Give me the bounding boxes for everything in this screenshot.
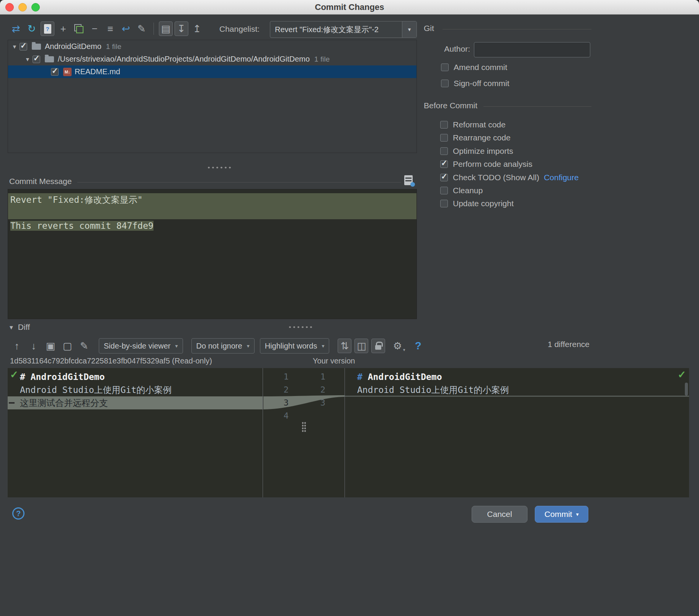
file-checkbox[interactable] <box>51 68 59 76</box>
module-label: AndroidGitDemo <box>45 42 101 51</box>
diff-gutter: 1 2 3 4 1 2 3 <box>263 368 345 497</box>
changelist-combobox[interactable]: Revert "Fixed:修改文案显示"-2 ▾ <box>270 21 417 38</box>
disclosure-triangle-icon[interactable]: ▼ <box>25 56 33 62</box>
toolbar-separator <box>154 23 154 35</box>
rearrange-code-label: Rearrange code <box>453 133 511 142</box>
commit-button[interactable]: Commit ▾ <box>535 506 588 523</box>
edit-file-icon[interactable]: ✎ <box>77 339 91 353</box>
code-analysis-checkbox[interactable] <box>440 160 448 168</box>
diff-settings-icon[interactable]: ⚙ ▾ <box>390 339 404 353</box>
markdown-hash-token: # <box>357 372 363 382</box>
next-difference-icon[interactable]: ↓ <box>27 339 41 353</box>
rollback-icon[interactable]: ↩ <box>119 21 133 36</box>
section-rule <box>443 29 591 29</box>
amend-commit-row[interactable]: Amend commit <box>441 62 507 73</box>
reformat-code-label: Reformat code <box>453 120 506 129</box>
optimize-imports-checkbox[interactable] <box>440 147 448 155</box>
expand-all-icon[interactable]: ↧ <box>175 21 188 36</box>
author-label: Author: <box>439 44 470 54</box>
open-in-editor-icon[interactable]: ▣ <box>44 339 57 353</box>
commit-message-line: This reverts commit 847fde9 <box>8 219 416 232</box>
sync-scroll-toggle[interactable]: ⇅ <box>338 339 351 353</box>
disclosure-triangle-icon[interactable]: ▼ <box>12 44 20 50</box>
previous-difference-icon[interactable]: ↑ <box>10 339 24 353</box>
check-todo-checkbox[interactable] <box>440 174 448 181</box>
cleanup-checkbox[interactable] <box>440 187 448 194</box>
update-copyright-row[interactable]: Update copyright <box>440 198 514 209</box>
show-diff-icon[interactable]: ⇄ <box>9 21 23 36</box>
details-toggle-icon[interactable]: ▤ <box>159 21 173 36</box>
commit-message-editor[interactable]: Revert "Fixed:修改文案显示" This reverts commi… <box>8 189 417 319</box>
reformat-code-row[interactable]: Reformat code <box>440 119 506 130</box>
read-only-lock-toggle[interactable] <box>371 339 385 353</box>
tree-row-module[interactable]: ▼ AndroidGitDemo 1 file <box>8 40 416 53</box>
collapse-all-icon[interactable]: ↥ <box>190 21 204 36</box>
diff-help-icon[interactable]: ? <box>411 339 425 353</box>
window-title: Commit Changes <box>0 0 699 15</box>
external-tool-icon[interactable]: ▢ <box>60 339 74 353</box>
folder-icon <box>32 44 41 50</box>
cleanup-label: Cleanup <box>453 186 483 195</box>
configure-link[interactable]: Configure <box>544 173 579 182</box>
code-line: # AndroidGitDemo <box>345 370 689 383</box>
chevron-down-icon[interactable]: ▾ <box>402 21 416 37</box>
code-analysis-row[interactable]: Perform code analysis <box>440 159 532 169</box>
refresh-icon[interactable]: ↻ <box>25 21 39 36</box>
viewer-type-select[interactable]: Side-by-side viewer ▾ <box>99 338 183 354</box>
tree-row-file[interactable]: M↓ README.md <box>8 65 416 78</box>
signoff-commit-row[interactable]: Sign-off commit <box>441 78 510 89</box>
diff-viewer: ✓ # AndroidGitDemo Android Studio上使用Git的… <box>8 368 689 497</box>
amend-commit-checkbox[interactable] <box>441 64 449 71</box>
reformat-code-checkbox[interactable] <box>440 121 448 129</box>
diff-toolbar: ↑ ↓ ▣ ▢ ✎ Side-by-side viewer ▾ Do not i… <box>10 337 689 355</box>
message-history-icon[interactable] <box>404 175 413 185</box>
git-section-title: Git <box>424 24 434 33</box>
diff-left-revision-title: 1d5831164c792bfcdca722581e3fb047f5329af5… <box>10 357 212 365</box>
chevron-down-icon: ▾ <box>247 343 250 349</box>
signoff-commit-checkbox[interactable] <box>441 80 449 87</box>
before-commit-title: Before Commit <box>424 101 477 110</box>
group-by-icon[interactable]: ≡ <box>103 21 117 36</box>
optimize-imports-row[interactable]: Optimize imports <box>440 146 513 156</box>
add-icon[interactable]: + <box>56 21 70 36</box>
commit-message-header: Commit Message <box>9 177 72 186</box>
remove-icon[interactable]: − <box>88 21 101 36</box>
cancel-button[interactable]: Cancel <box>472 506 528 523</box>
rearrange-code-row[interactable]: Rearrange code <box>440 132 511 143</box>
difference-count: 1 difference <box>548 340 590 349</box>
diff-section-header[interactable]: ▼ Diff <box>8 323 30 332</box>
chevron-down-icon: ▾ <box>403 347 405 352</box>
highlight-mode-select[interactable]: Highlight words ▾ <box>260 338 330 354</box>
diff-section-label: Diff <box>18 323 30 332</box>
cleanup-row[interactable]: Cleanup <box>440 185 483 196</box>
preview-diff-toggle[interactable]: ? <box>41 21 54 36</box>
file-count: 1 file <box>314 55 330 64</box>
help-button[interactable]: ? <box>12 507 24 520</box>
diff-right-pane[interactable]: ✓ # AndroidGitDemo Android Studio上使用Git的… <box>345 368 689 497</box>
directory-checkbox[interactable] <box>33 55 40 63</box>
collapse-triangle-icon[interactable]: ▼ <box>8 324 14 331</box>
check-todo-row[interactable]: Check TODO (Show All) Configure <box>440 172 579 183</box>
commit-button-label: Commit <box>544 510 572 519</box>
two-side-toggle[interactable]: ◫ <box>354 339 368 353</box>
left-line-number: 4 <box>269 409 289 422</box>
file-name-label: README.md <box>75 67 120 76</box>
scrollbar-thumb[interactable] <box>685 383 688 396</box>
tree-row-directory[interactable]: ▼ /Users/strivexiao/AndroidStudioProject… <box>8 53 416 65</box>
whitespace-policy-select[interactable]: Do not ignore ▾ <box>191 338 255 354</box>
directory-path-label: /Users/strivexiao/AndroidStudioProjects/… <box>58 55 310 64</box>
diff-left-pane[interactable]: ✓ # AndroidGitDemo Android Studio上使用Git的… <box>8 368 263 497</box>
section-rule <box>483 106 591 107</box>
chevron-down-icon: ▾ <box>175 343 178 349</box>
splitter-handle[interactable] <box>288 326 313 329</box>
module-checkbox[interactable] <box>20 43 27 51</box>
update-copyright-checkbox[interactable] <box>440 200 448 207</box>
chevron-down-icon: ▾ <box>322 343 324 349</box>
right-line-number: 2 <box>305 383 325 396</box>
selected-text: This reverts commit 847fde9 <box>10 221 154 231</box>
move-to-changelist-icon[interactable] <box>72 21 86 36</box>
author-input[interactable] <box>474 42 590 57</box>
splitter-handle[interactable] <box>207 166 232 169</box>
rearrange-code-checkbox[interactable] <box>440 134 448 142</box>
edit-source-icon[interactable]: ✎ <box>135 21 149 36</box>
